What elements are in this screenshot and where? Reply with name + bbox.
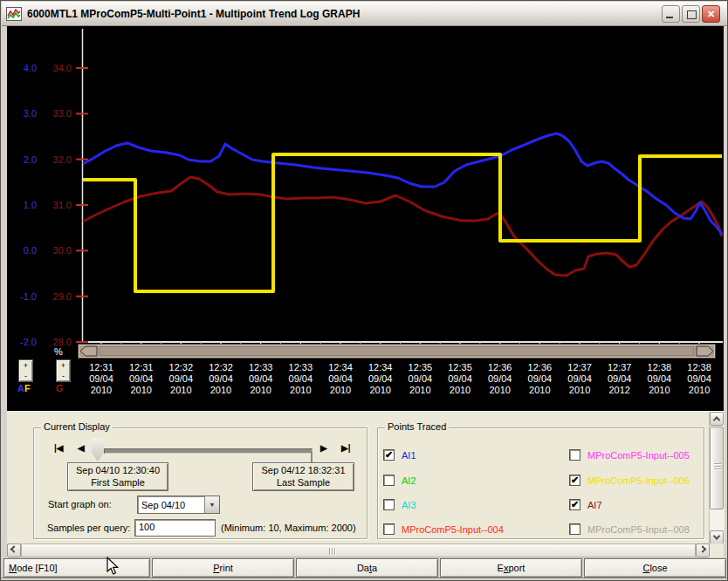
left-axis-label: 2.0	[12, 154, 37, 165]
nav-first-button[interactable]: |◀	[54, 443, 64, 453]
minimize-button[interactable]	[662, 5, 680, 23]
left-axis-label: -1.0	[12, 291, 37, 302]
checkbox-MProComP5-Input--005[interactable]	[569, 449, 580, 461]
checkbox-AI2[interactable]	[383, 475, 395, 486]
current-display-title: Current Display	[41, 421, 113, 432]
sample-slider-track[interactable]	[104, 448, 312, 454]
export-button[interactable]: Export	[440, 558, 582, 578]
point-row-AI2: AI2	[383, 474, 416, 487]
points-traced-title: Points Traced	[385, 421, 449, 432]
start-graph-label: Start graph on:	[48, 499, 112, 509]
x-axis-label: 12:3509/042010	[439, 362, 481, 396]
right-axis-label: 30.0	[47, 245, 72, 256]
point-code: F	[24, 383, 31, 393]
trace-AI1	[83, 133, 722, 234]
scroll-left-button[interactable]	[7, 543, 21, 557]
left-axis-scale-spinner[interactable]: + -	[18, 359, 33, 382]
left-axis-label: 4.0	[12, 63, 37, 73]
left-axis-label: -2.0	[12, 337, 37, 347]
x-axis-label: 12:3209/042010	[200, 362, 242, 396]
window-bottom-frame	[1, 578, 728, 581]
data-button[interactable]: Data	[296, 558, 438, 578]
samples-per-query-label: Samples per query:	[47, 523, 130, 533]
x-axis-label: 12:3709/042012	[599, 362, 641, 396]
window-title: 6000MTL1 MProComP5-Multi-Point1 - Multip…	[27, 8, 360, 20]
print-button[interactable]: Print	[152, 558, 294, 578]
point-row-MProComP5-Input--008: MProComP5-Input--008	[569, 523, 690, 536]
point-row-AI7: ✔AI7	[569, 498, 602, 511]
trace-AI7	[83, 177, 722, 276]
right-axis-label: 34.0	[47, 63, 72, 73]
nav-next-button[interactable]: ▶	[320, 443, 327, 453]
samples-per-query-input[interactable]: 100	[134, 519, 216, 537]
nav-prev-button[interactable]: ◀	[78, 443, 85, 453]
scroll-right-button[interactable]	[696, 543, 710, 557]
x-axis-label: 12:3409/042010	[360, 362, 402, 396]
x-axis-label: 12:3409/042010	[319, 362, 361, 396]
point-row-MProComP5-Input--004: MProComP5-Input--004	[383, 523, 504, 536]
mode-button[interactable]: Mode [F10]	[3, 558, 150, 578]
last-sample-button[interactable]: Sep 04/12 18:32:31 Last Sample	[252, 462, 354, 491]
x-axis-label: 12:3109/042010	[120, 362, 162, 396]
right-axis-point-codes: G	[56, 383, 64, 393]
point-row-AI3: AI3	[383, 498, 416, 511]
point-label: MProComP5-Input--008	[587, 524, 690, 535]
point-label: AI2	[402, 475, 416, 486]
close-window-button[interactable]: ✕	[702, 5, 720, 23]
scrollbar-corner	[710, 543, 724, 557]
x-axis-label: 12:3509/042010	[399, 362, 441, 396]
graph-area: 4.034.03.033.02.032.01.031.00.030.0-1.02…	[7, 26, 724, 411]
current-display-group: Current Display |◀ ◀ ▶ ▶| Sep 04/10 12:3…	[33, 427, 367, 539]
checkbox-MProComP5-Input--008[interactable]	[569, 523, 580, 535]
left-axis-plus-button[interactable]: +	[19, 360, 32, 371]
point-label: AI7	[587, 500, 602, 510]
left-axis-minus-button[interactable]: -	[19, 371, 32, 381]
left-axis-point-codes: AF	[17, 383, 31, 393]
checkbox-MProComP5-Input--004[interactable]	[383, 523, 395, 535]
point-code: G	[56, 383, 64, 393]
x-axis-label: 12:3609/042010	[519, 362, 560, 396]
left-axis-label: 1.0	[12, 200, 37, 210]
right-axis-label: 31.0	[47, 200, 72, 210]
maximize-button[interactable]	[682, 5, 700, 23]
x-axis-label: 12:3609/042010	[479, 362, 521, 396]
point-code: A	[17, 383, 24, 393]
checkbox-MProComP5-Input--006[interactable]: ✔	[569, 475, 580, 486]
application-window: 6000MTL1 MProComP5-Multi-Point1 - Multip…	[0, 0, 728, 581]
x-axis-label: 12:3809/042010	[638, 362, 680, 396]
vertical-scrollbar[interactable]	[709, 412, 725, 544]
horizontal-scrollbar[interactable]	[7, 543, 710, 557]
right-axis-scale-spinner[interactable]: + -	[56, 359, 71, 382]
point-label: MProComP5-Input--004	[402, 524, 504, 535]
x-axis-label: 12:3109/042010	[80, 362, 122, 396]
vertical-scroll-thumb[interactable]	[710, 427, 724, 509]
samples-range-hint: (Minimum: 10, Maximum: 2000)	[221, 523, 356, 533]
start-graph-select[interactable]: Sep 04/10 ▼	[137, 496, 220, 514]
right-axis-minus-button[interactable]: -	[57, 371, 70, 381]
point-row-MProComP5-Input--005: MProComP5-Input--005	[569, 448, 690, 461]
right-axis-label: 29.0	[47, 291, 72, 302]
scroll-down-button[interactable]	[710, 530, 724, 544]
x-axis-label: 12:3809/042010	[678, 362, 720, 396]
mouse-cursor	[106, 557, 120, 576]
x-axis-label: 12:3709/042010	[559, 362, 601, 396]
scroll-up-button[interactable]	[710, 412, 724, 426]
right-axis-plus-button[interactable]: +	[57, 360, 70, 371]
checkbox-AI3[interactable]	[383, 499, 395, 510]
point-row-AI1: ✔AI1	[383, 448, 416, 461]
point-label: MProComP5-Input--005	[587, 450, 690, 461]
left-axis-label: 3.0	[12, 108, 37, 119]
sample-slider-thumb[interactable]	[92, 438, 104, 461]
chevron-down-icon	[713, 532, 720, 539]
chevron-up-icon	[713, 416, 720, 423]
checkbox-AI1[interactable]: ✔	[383, 449, 395, 461]
combo-arrow-icon[interactable]: ▼	[204, 496, 219, 513]
x-axis-label: 12:3309/042010	[240, 362, 282, 396]
horizontal-scroll-thumb[interactable]	[21, 543, 696, 557]
checkbox-AI7[interactable]: ✔	[569, 499, 580, 510]
graph-scrollbar[interactable]	[78, 344, 716, 359]
title-bar[interactable]: 6000MTL1 MProComP5-Multi-Point1 - Multip…	[2, 2, 727, 26]
nav-last-button[interactable]: ▶|	[341, 443, 351, 453]
first-sample-button[interactable]: Sep 04/10 12:30:40 First Sample	[67, 462, 168, 491]
close-button[interactable]: Close	[584, 558, 726, 578]
